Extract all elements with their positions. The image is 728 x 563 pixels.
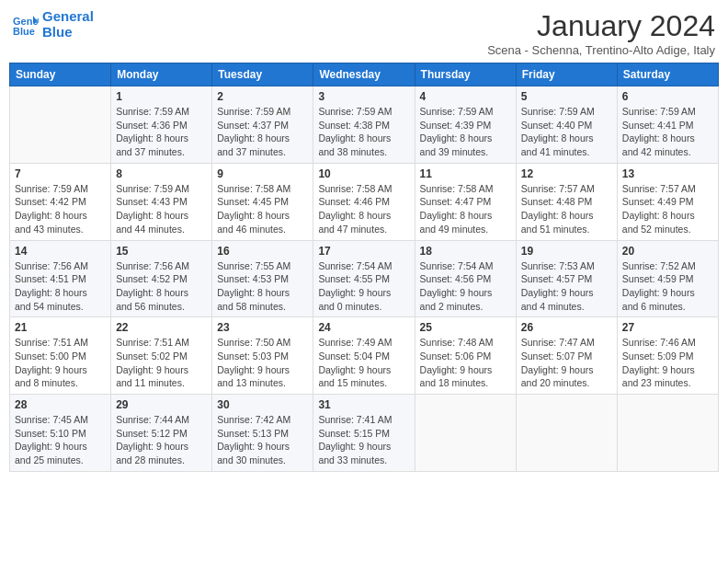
calendar-cell: 8Sunrise: 7:59 AMSunset: 4:43 PMDaylight… <box>111 163 212 240</box>
day-number: 17 <box>318 245 409 258</box>
calendar-cell: 1Sunrise: 7:59 AMSunset: 4:36 PMDaylight… <box>111 86 212 164</box>
calendar-cell: 6Sunrise: 7:59 AMSunset: 4:41 PMDaylight… <box>617 86 718 164</box>
calendar-week-row: 7Sunrise: 7:59 AMSunset: 4:42 PMDaylight… <box>10 163 719 240</box>
day-number: 2 <box>217 90 308 103</box>
day-info: Sunrise: 7:59 AMSunset: 4:36 PMDaylight:… <box>116 105 207 159</box>
day-info: Sunrise: 7:52 AMSunset: 4:59 PMDaylight:… <box>622 259 713 314</box>
day-number: 31 <box>318 398 409 411</box>
calendar-cell: 19Sunrise: 7:53 AMSunset: 4:57 PMDayligh… <box>516 240 617 317</box>
calendar-cell: 15Sunrise: 7:56 AMSunset: 4:52 PMDayligh… <box>111 240 212 317</box>
day-info: Sunrise: 7:56 AMSunset: 4:51 PMDaylight:… <box>15 259 106 314</box>
day-info: Sunrise: 7:55 AMSunset: 4:53 PMDaylight:… <box>217 259 308 314</box>
day-number: 9 <box>217 167 308 180</box>
day-number: 30 <box>217 398 308 411</box>
day-info: Sunrise: 7:54 AMSunset: 4:55 PMDaylight:… <box>318 259 409 314</box>
logo-line2: Blue <box>42 25 94 40</box>
day-info: Sunrise: 7:59 AMSunset: 4:41 PMDaylight:… <box>622 105 713 159</box>
day-number: 8 <box>116 167 207 180</box>
calendar-cell: 31Sunrise: 7:41 AMSunset: 5:15 PMDayligh… <box>313 395 415 472</box>
day-number: 16 <box>217 245 308 258</box>
calendar-cell: 25Sunrise: 7:48 AMSunset: 5:06 PMDayligh… <box>415 317 516 395</box>
weekday-header: Tuesday <box>212 63 313 86</box>
weekday-header: Thursday <box>415 63 516 86</box>
day-info: Sunrise: 7:59 AMSunset: 4:42 PMDaylight:… <box>15 182 106 236</box>
calendar-cell: 7Sunrise: 7:59 AMSunset: 4:42 PMDaylight… <box>10 163 111 240</box>
day-number: 21 <box>15 321 106 334</box>
calendar-cell: 22Sunrise: 7:51 AMSunset: 5:02 PMDayligh… <box>111 317 212 395</box>
day-info: Sunrise: 7:59 AMSunset: 4:37 PMDaylight:… <box>217 105 308 159</box>
calendar-cell: 5Sunrise: 7:59 AMSunset: 4:40 PMDaylight… <box>516 86 617 164</box>
day-info: Sunrise: 7:59 AMSunset: 4:40 PMDaylight:… <box>521 105 612 159</box>
day-info: Sunrise: 7:59 AMSunset: 4:43 PMDaylight:… <box>116 182 207 236</box>
day-info: Sunrise: 7:59 AMSunset: 4:39 PMDaylight:… <box>420 105 511 159</box>
day-number: 11 <box>420 167 511 180</box>
day-number: 4 <box>420 90 511 103</box>
weekday-header: Saturday <box>617 63 718 86</box>
day-number: 15 <box>116 245 207 258</box>
weekday-header: Wednesday <box>313 63 415 86</box>
calendar-cell: 20Sunrise: 7:52 AMSunset: 4:59 PMDayligh… <box>617 240 718 317</box>
day-info: Sunrise: 7:57 AMSunset: 4:48 PMDaylight:… <box>521 182 612 236</box>
weekday-header: Sunday <box>10 63 111 86</box>
calendar-cell: 23Sunrise: 7:50 AMSunset: 5:03 PMDayligh… <box>212 317 313 395</box>
calendar-week-row: 28Sunrise: 7:45 AMSunset: 5:10 PMDayligh… <box>10 395 719 472</box>
day-number: 19 <box>521 245 612 258</box>
calendar-cell: 29Sunrise: 7:44 AMSunset: 5:12 PMDayligh… <box>111 395 212 472</box>
day-info: Sunrise: 7:41 AMSunset: 5:15 PMDaylight:… <box>318 413 409 467</box>
calendar-cell: 21Sunrise: 7:51 AMSunset: 5:00 PMDayligh… <box>10 317 111 395</box>
calendar-cell: 16Sunrise: 7:55 AMSunset: 4:53 PMDayligh… <box>212 240 313 317</box>
day-info: Sunrise: 7:45 AMSunset: 5:10 PMDaylight:… <box>15 413 106 467</box>
subtitle: Scena - Schenna, Trentino-Alto Adige, It… <box>487 43 715 57</box>
calendar-cell: 12Sunrise: 7:57 AMSunset: 4:48 PMDayligh… <box>516 163 617 240</box>
weekday-header: Monday <box>111 63 212 86</box>
calendar-body: 1Sunrise: 7:59 AMSunset: 4:36 PMDaylight… <box>10 86 719 472</box>
day-number: 25 <box>420 321 511 334</box>
day-number: 10 <box>318 167 409 180</box>
day-number: 12 <box>521 167 612 180</box>
day-info: Sunrise: 7:48 AMSunset: 5:06 PMDaylight:… <box>420 336 511 390</box>
day-info: Sunrise: 7:47 AMSunset: 5:07 PMDaylight:… <box>521 336 612 390</box>
calendar-cell: 13Sunrise: 7:57 AMSunset: 4:49 PMDayligh… <box>617 163 718 240</box>
logo-icon: General Blue <box>13 14 39 36</box>
day-number: 6 <box>622 90 713 103</box>
calendar-week-row: 1Sunrise: 7:59 AMSunset: 4:36 PMDaylight… <box>10 86 719 164</box>
weekday-header: Friday <box>516 63 617 86</box>
page-header: General Blue General Blue January 2024 S… <box>9 9 719 57</box>
day-info: Sunrise: 7:50 AMSunset: 5:03 PMDaylight:… <box>217 336 308 390</box>
day-info: Sunrise: 7:56 AMSunset: 4:52 PMDaylight:… <box>116 259 207 314</box>
day-info: Sunrise: 7:59 AMSunset: 4:38 PMDaylight:… <box>318 105 409 159</box>
calendar-cell: 10Sunrise: 7:58 AMSunset: 4:46 PMDayligh… <box>313 163 415 240</box>
calendar-cell: 17Sunrise: 7:54 AMSunset: 4:55 PMDayligh… <box>313 240 415 317</box>
calendar-cell: 14Sunrise: 7:56 AMSunset: 4:51 PMDayligh… <box>10 240 111 317</box>
day-info: Sunrise: 7:58 AMSunset: 4:45 PMDaylight:… <box>217 182 308 236</box>
logo: General Blue General Blue <box>13 9 94 40</box>
title-block: January 2024 Scena - Schenna, Trentino-A… <box>487 9 715 57</box>
calendar-cell: 30Sunrise: 7:42 AMSunset: 5:13 PMDayligh… <box>212 395 313 472</box>
day-number: 26 <box>521 321 612 334</box>
day-number: 23 <box>217 321 308 334</box>
day-number: 7 <box>15 167 106 180</box>
calendar-week-row: 14Sunrise: 7:56 AMSunset: 4:51 PMDayligh… <box>10 240 719 317</box>
calendar-table: SundayMondayTuesdayWednesdayThursdayFrid… <box>9 63 719 472</box>
calendar-cell: 18Sunrise: 7:54 AMSunset: 4:56 PMDayligh… <box>415 240 516 317</box>
day-info: Sunrise: 7:58 AMSunset: 4:47 PMDaylight:… <box>420 182 511 236</box>
day-info: Sunrise: 7:51 AMSunset: 5:00 PMDaylight:… <box>15 336 106 390</box>
calendar-cell: 3Sunrise: 7:59 AMSunset: 4:38 PMDaylight… <box>313 86 415 164</box>
day-number: 28 <box>15 398 106 411</box>
day-number: 18 <box>420 245 511 258</box>
day-number: 3 <box>318 90 409 103</box>
calendar-header: SundayMondayTuesdayWednesdayThursdayFrid… <box>10 63 719 86</box>
calendar-cell: 2Sunrise: 7:59 AMSunset: 4:37 PMDaylight… <box>212 86 313 164</box>
svg-text:Blue: Blue <box>13 26 35 36</box>
calendar-cell: 4Sunrise: 7:59 AMSunset: 4:39 PMDaylight… <box>415 86 516 164</box>
calendar-cell <box>10 86 111 164</box>
day-info: Sunrise: 7:54 AMSunset: 4:56 PMDaylight:… <box>420 259 511 314</box>
logo-line1: General <box>42 9 94 25</box>
calendar-cell <box>415 395 516 472</box>
day-number: 1 <box>116 90 207 103</box>
day-info: Sunrise: 7:44 AMSunset: 5:12 PMDaylight:… <box>116 413 207 467</box>
month-title: January 2024 <box>487 9 715 43</box>
calendar-cell: 26Sunrise: 7:47 AMSunset: 5:07 PMDayligh… <box>516 317 617 395</box>
day-number: 22 <box>116 321 207 334</box>
day-info: Sunrise: 7:57 AMSunset: 4:49 PMDaylight:… <box>622 182 713 236</box>
